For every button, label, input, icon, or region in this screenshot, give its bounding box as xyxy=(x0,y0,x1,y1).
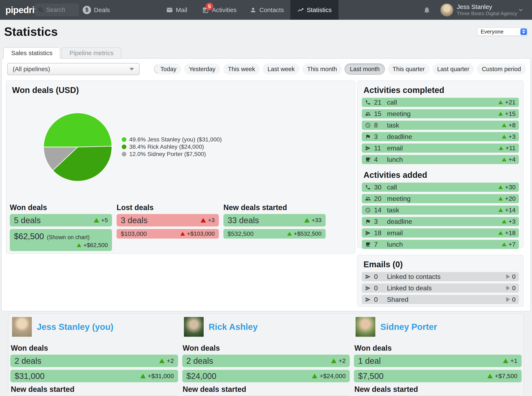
pipeline-select[interactable]: (All pipelines) xyxy=(7,63,139,75)
paper-plane-icon xyxy=(365,274,371,280)
won-deals-panel: Won deals (USD) 49.6% Jess Stanley (you)… xyxy=(6,81,355,254)
up-triangle-icon xyxy=(503,359,508,363)
won-deals-amount-bar: $62,500 (Shown on chart) +$62,500 xyxy=(10,229,112,251)
up-triangle-icon xyxy=(77,243,81,247)
cup-icon xyxy=(365,157,371,163)
stat-col-won-deals: Won deals 5 deals +5 $62,500 (Shown on c… xyxy=(10,203,112,251)
period-today[interactable]: Today xyxy=(156,64,181,75)
user-menu-chevron[interactable] xyxy=(517,0,525,20)
phone-icon xyxy=(365,185,371,190)
up-triangle-icon xyxy=(499,146,503,150)
paper-plane-icon xyxy=(365,297,371,303)
clock-icon xyxy=(365,122,371,128)
up-triangle-icon xyxy=(502,220,506,223)
lost-deals-count-bar: 3 deals +3 xyxy=(117,214,219,227)
bell-icon xyxy=(423,6,431,14)
won-count-bar: 2 deals +2 xyxy=(182,355,350,367)
activities-completed-title: Activities completed xyxy=(363,86,519,95)
up-triangle-icon xyxy=(180,232,185,236)
nav-item-activities[interactable]: 5 Activities xyxy=(202,0,236,20)
cup-icon xyxy=(365,242,371,247)
paper-plane-icon xyxy=(365,285,371,291)
period-last-quarter[interactable]: Last quarter xyxy=(432,64,474,75)
stat-col-new-deals: New deals started 33 deals +33 $532,500 … xyxy=(223,203,326,251)
up-triangle-icon xyxy=(312,374,317,378)
user-menu[interactable]: Jess Stanley Three Bears Digital Agency xyxy=(440,0,517,20)
nav-item-statistics[interactable]: Statistics xyxy=(290,0,338,20)
emails-panel-title: Emails (0) xyxy=(363,260,519,269)
person-name-link[interactable]: Jess Stanley (you) xyxy=(37,322,114,332)
contacts-icon xyxy=(250,7,257,13)
activities-panel: Activities completed 21 call +21 15 meet… xyxy=(357,81,523,248)
paper-plane-icon xyxy=(365,230,371,236)
emails-panel: Emails (0) 0 Linked to contacts 0 0 Link… xyxy=(357,255,523,307)
up-triangle-icon xyxy=(498,185,503,189)
nav-contacts-label: Contacts xyxy=(259,6,284,13)
people-icon xyxy=(365,196,371,202)
statistics-tabs: Sales statistics Pipeline metrics xyxy=(3,47,121,59)
notifications-bell-button[interactable] xyxy=(423,0,431,20)
person-name-link[interactable]: Sidney Porter xyxy=(380,322,437,332)
up-triangle-icon xyxy=(498,100,503,104)
period-last-month[interactable]: Last month xyxy=(344,64,385,75)
up-triangle-icon xyxy=(331,359,337,363)
flag-icon xyxy=(365,219,371,224)
activity-row-lunch: 4 lunch +4 xyxy=(362,155,519,164)
activity-row-meeting: 15 meeting +15 xyxy=(362,109,519,118)
emails-row-linked-contacts: 0 Linked to contacts 0 xyxy=(362,272,519,281)
deal-stats-row: Won deals 5 deals +5 $62,500 (Shown on c… xyxy=(10,203,326,251)
emails-row-linked-deals: 0 Linked to deals 0 xyxy=(362,284,519,293)
period-this-month[interactable]: This month xyxy=(302,64,342,75)
nav-item-deals[interactable]: $ Deals xyxy=(83,0,110,20)
page-title: Statistics xyxy=(4,24,58,39)
right-triangle-icon xyxy=(506,286,510,290)
activity-row-task: 14 task +14 xyxy=(362,205,519,215)
avatar xyxy=(355,317,375,337)
legend-item: 12.0% Sidney Porter ($7,500) xyxy=(122,151,222,157)
nav-item-contacts[interactable]: Contacts xyxy=(250,0,284,20)
period-yesterday[interactable]: Yesterday xyxy=(184,64,220,75)
activities-badge: 5 xyxy=(206,3,213,10)
caret-down-icon xyxy=(130,68,134,70)
period-filter-bar: Today Yesterday This week Last week This… xyxy=(156,64,526,75)
up-triangle-icon xyxy=(487,374,493,378)
search-box[interactable] xyxy=(35,4,79,16)
won-deals-count-bar: 5 deals +5 xyxy=(10,214,112,227)
avatar xyxy=(184,317,204,337)
search-input[interactable] xyxy=(46,6,73,13)
won-deals-pie xyxy=(42,111,114,183)
scope-select[interactable]: Everyone xyxy=(477,28,528,36)
phone-icon xyxy=(365,100,371,105)
top-nav: pipedrive $ Deals Mail 5 Activities Cont… xyxy=(0,0,532,20)
period-this-quarter[interactable]: This quarter xyxy=(388,64,429,75)
up-triangle-icon xyxy=(498,197,503,200)
won-amount-bar: $7,500 +$7,500 xyxy=(354,370,522,382)
up-triangle-icon xyxy=(502,123,506,127)
period-custom[interactable]: Custom period xyxy=(477,64,526,75)
new-deals-amount-bar: $532,500 +$532,500 xyxy=(223,229,326,239)
tab-sales-statistics[interactable]: Sales statistics xyxy=(3,47,60,59)
won-amount-bar: $31,000 +$31,000 xyxy=(10,370,178,382)
period-this-week[interactable]: This week xyxy=(223,64,260,75)
team-col-jess: Jess Stanley (you) Won deals 2 deals +2 … xyxy=(10,316,178,396)
up-triangle-icon xyxy=(498,112,503,116)
up-triangle-icon xyxy=(200,218,206,222)
won-count-bar: 1 deal +1 xyxy=(354,355,522,367)
select-stepper-icon xyxy=(520,28,527,35)
up-triangle-icon xyxy=(140,374,146,378)
legend-item: 49.6% Jess Stanley (you) ($31,000) xyxy=(122,137,222,142)
team-col-rick: Rick Ashley Won deals 2 deals +2 $24,000… xyxy=(182,316,350,396)
activity-row-deadline: 3 deadline +3 xyxy=(362,217,519,226)
period-last-week[interactable]: Last week xyxy=(263,64,299,75)
nav-activities-label: Activities xyxy=(212,6,236,13)
up-triangle-icon xyxy=(304,218,310,222)
nav-item-mail[interactable]: Mail xyxy=(166,0,187,20)
person-name-link[interactable]: Rick Ashley xyxy=(209,322,258,332)
activity-row-call: 21 call +21 xyxy=(362,98,519,107)
activity-row-lunch: 7 lunch +7 xyxy=(362,240,519,249)
tab-pipeline-metrics[interactable]: Pipeline metrics xyxy=(62,47,121,59)
activities-added-title: Activities added xyxy=(363,170,519,180)
up-triangle-icon xyxy=(287,232,292,236)
won-count-bar: 2 deals +2 xyxy=(10,355,178,367)
team-stats-panel: Jess Stanley (you) Won deals 2 deals +2 … xyxy=(8,313,524,396)
